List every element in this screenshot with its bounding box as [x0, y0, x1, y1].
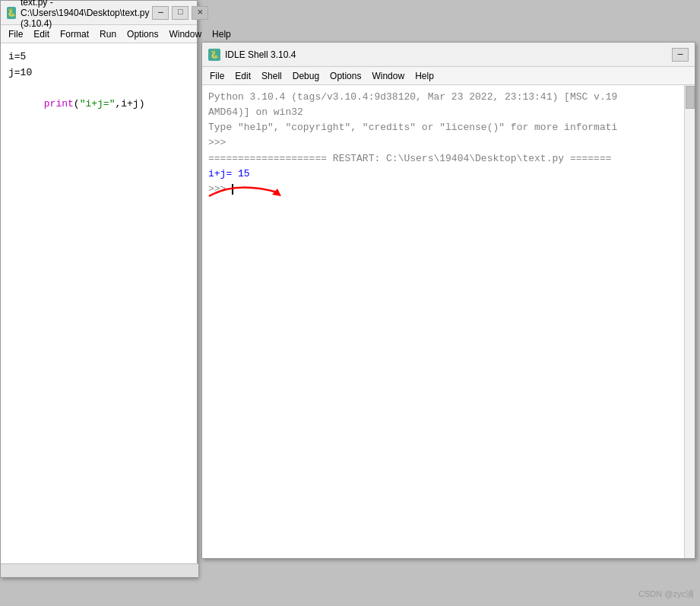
editor-title: text.py - C:\Users\19404\Desktop\text.py…	[21, 0, 152, 29]
shell-prompt-2: >>>	[208, 182, 689, 197]
code-print-string: "i+j="	[80, 98, 116, 109]
shell-titlebar: 🐍 IDLE Shell 3.10.4 −	[202, 43, 695, 67]
shell-menubar: File Edit Shell Debug Options Window Hel…	[202, 67, 695, 85]
code-line-1: i=5	[8, 49, 189, 65]
menu-options[interactable]: Options	[122, 27, 163, 41]
menu-format[interactable]: Format	[55, 27, 93, 41]
shell-titlebar-left: 🐍 IDLE Shell 3.10.4	[208, 49, 296, 61]
menu-edit[interactable]: Edit	[29, 27, 54, 41]
minimize-button[interactable]: −	[152, 6, 169, 20]
shell-scrollbar[interactable]	[684, 85, 695, 558]
shell-output-line: i+j= 15	[208, 167, 689, 182]
editor-scrollbar[interactable]	[1, 563, 198, 577]
shell-content[interactable]: Python 3.10.4 (tags/v3.10.4:9d38120, Mar…	[202, 85, 695, 558]
shell-menu-debug[interactable]: Debug	[288, 69, 324, 83]
code-line-3: print("i+j=",i+j)	[8, 81, 189, 128]
editor-titlebar: 🐍 text.py - C:\Users\19404\Desktop\text.…	[1, 1, 197, 25]
code-print-args: ,i+j)	[115, 98, 144, 109]
watermark-text: CSDN @zyc浦	[638, 589, 694, 598]
titlebar-left: 🐍 text.py - C:\Users\19404\Desktop\text.…	[7, 0, 152, 29]
shell-menu-window[interactable]: Window	[367, 69, 409, 83]
code-line-2: j=10	[8, 65, 189, 81]
minimize-icon: −	[157, 8, 163, 18]
editor-window: 🐍 text.py - C:\Users\19404\Desktop\text.…	[0, 0, 198, 578]
shell-icon: 🐍	[208, 49, 220, 61]
shell-controls[interactable]: −	[672, 48, 689, 62]
shell-prompt-1: >>>	[208, 135, 689, 151]
shell-restart-line: ==================== RESTART: C:\Users\1…	[208, 151, 689, 167]
shell-menu-shell[interactable]: Shell	[257, 69, 287, 83]
maximize-icon: □	[178, 8, 183, 17]
close-icon: ×	[198, 8, 204, 17]
shell-menu-help[interactable]: Help	[410, 69, 439, 83]
shell-menu-file[interactable]: File	[205, 69, 229, 83]
text-cursor	[232, 184, 233, 195]
scroll-thumb[interactable]	[686, 86, 695, 109]
maximize-button[interactable]: □	[172, 6, 188, 20]
shell-menu-options[interactable]: Options	[325, 69, 366, 83]
code-print-open: (	[74, 98, 80, 109]
shell-minimize-button[interactable]: −	[672, 48, 689, 62]
menu-window[interactable]: Window	[164, 27, 206, 41]
shell-window: 🐍 IDLE Shell 3.10.4 − File Edit Shell De…	[201, 42, 695, 559]
menu-run[interactable]: Run	[95, 27, 121, 41]
editor-content[interactable]: i=5 j=10 print("i+j=",i+j)	[1, 43, 197, 577]
shell-minimize-icon: −	[677, 49, 683, 60]
code-print-keyword: print	[44, 98, 74, 109]
menu-help[interactable]: Help	[207, 27, 236, 41]
close-button[interactable]: ×	[192, 6, 208, 20]
watermark: CSDN @zyc浦	[638, 589, 694, 600]
shell-python-help: Type "help", "copyright", "credits" or "…	[208, 120, 689, 135]
menu-file[interactable]: File	[4, 27, 27, 41]
shell-python-info-1: Python 3.10.4 (tags/v3.10.4:9d38120, Mar…	[208, 90, 689, 105]
titlebar-controls[interactable]: − □ ×	[152, 6, 208, 20]
editor-icon: 🐍	[7, 7, 16, 19]
shell-title: IDLE Shell 3.10.4	[225, 49, 296, 60]
editor-menubar: File Edit Format Run Options Window Help	[1, 25, 197, 43]
shell-python-info-2: AMD64)] on win32	[208, 105, 689, 120]
shell-prompt-symbol: >>>	[208, 182, 232, 197]
shell-menu-edit[interactable]: Edit	[230, 69, 255, 83]
